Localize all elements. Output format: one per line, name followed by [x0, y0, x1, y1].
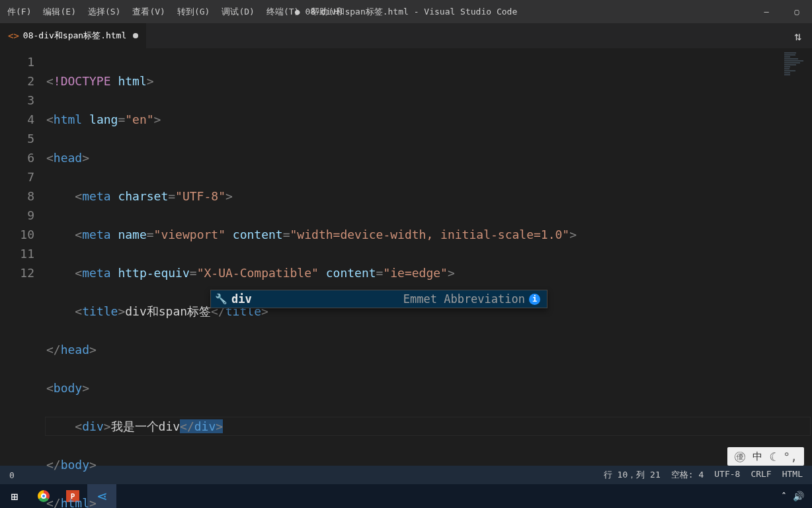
status-problems[interactable]: 0 [9, 470, 15, 480]
code-area[interactable]: <!DOCTYPE html> <html lang="en"> <head> … [46, 52, 812, 466]
ime-language[interactable]: 中 [752, 450, 762, 463]
moon-icon[interactable]: ☾ [769, 450, 776, 464]
suggestion-label: div [231, 292, 252, 306]
title-bar: 件(F) 编辑(E) 选择(S) 查看(V) 转到(G) 调试(D) 终端(T)… [0, 0, 812, 23]
minimap[interactable] [784, 52, 804, 132]
tab-active-file[interactable]: <> 08-div和span标签.html [0, 23, 147, 48]
ime-bar[interactable]: ㊝ 中 ☾ °, [727, 447, 804, 466]
ime-logo-icon: ㊝ [734, 448, 746, 464]
maximize-button[interactable]: ▢ [782, 0, 812, 23]
menu-debug[interactable]: 调试(D) [216, 1, 260, 23]
suggestion-item[interactable]: 🔧 div Emmet Abbreviation i [211, 290, 547, 308]
window-controls: — ▢ [751, 0, 812, 23]
wrench-icon: 🔧 [215, 293, 227, 305]
tab-label: 08-div和span标签.html [23, 30, 126, 42]
suggestion-widget[interactable]: 🔧 div Emmet Abbreviation i [210, 290, 548, 308]
menu-view[interactable]: 查看(V) [126, 1, 171, 23]
html-file-icon: <> [8, 30, 19, 41]
window-title: ● 08-div和span标签.html - Visual Studio Cod… [295, 6, 517, 18]
taskbar-start-icon[interactable]: ⊞ [0, 484, 29, 508]
minimize-button[interactable]: — [751, 0, 782, 23]
menu-goto[interactable]: 转到(G) [171, 1, 216, 23]
tab-dirty-icon [133, 33, 138, 38]
compare-changes-icon[interactable]: ⇅ [794, 29, 801, 43]
menu-file[interactable]: 件(F) [1, 1, 37, 23]
menu-select[interactable]: 选择(S) [82, 1, 126, 23]
line-number-gutter: 1234 5678 9101112 [0, 52, 46, 466]
suggestion-hint: Emmet Abbreviation [403, 292, 525, 306]
ime-punct-icon[interactable]: °, [783, 450, 797, 464]
menu-edit[interactable]: 编辑(E) [37, 1, 81, 23]
tab-bar: <> 08-div和span标签.html ⇅ [0, 23, 812, 48]
info-icon[interactable]: i [529, 294, 540, 305]
editor[interactable]: 1234 5678 9101112 <!DOCTYPE html> <html … [0, 48, 812, 466]
